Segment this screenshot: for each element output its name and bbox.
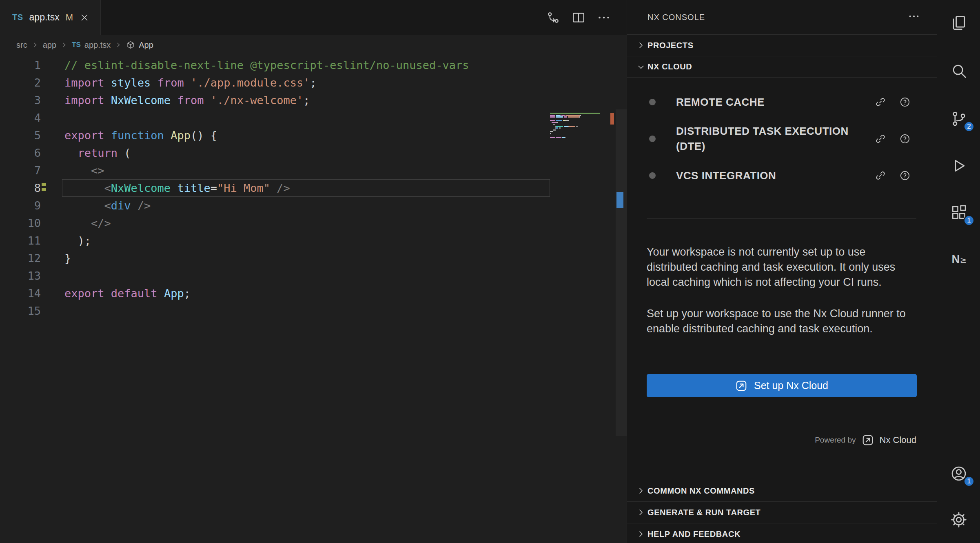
- panel-section-help-and-feedback[interactable]: HELP AND FEEDBACK: [627, 523, 937, 543]
- activity-extensions[interactable]: 1: [937, 197, 980, 228]
- panel-more-icon[interactable]: [907, 10, 920, 25]
- code-line[interactable]: 9 <div />: [0, 197, 627, 214]
- more-actions-icon[interactable]: [596, 10, 611, 25]
- help-icon[interactable]: [899, 133, 911, 145]
- section-label: HELP AND FEEDBACK: [647, 530, 741, 539]
- code-line[interactable]: 2import styles from './app.module.css';: [0, 74, 627, 91]
- connect-icon[interactable]: [875, 96, 886, 108]
- line-number[interactable]: 13: [0, 267, 62, 285]
- badge-count: 1: [964, 215, 974, 226]
- explorer-icon: [950, 14, 968, 32]
- chevron-right-icon: [31, 41, 39, 49]
- code-line[interactable]: 10 </>: [0, 214, 627, 232]
- connect-icon[interactable]: [875, 133, 886, 145]
- line-number[interactable]: 1: [0, 56, 62, 74]
- panel-section-projects[interactable]: PROJECTS: [627, 34, 937, 56]
- connect-icon[interactable]: [875, 170, 886, 181]
- code-line[interactable]: 6 return (: [0, 144, 627, 162]
- status-dot-icon: [649, 136, 656, 142]
- breadcrumb-item-file[interactable]: app.tsx: [84, 40, 111, 50]
- help-icon[interactable]: [899, 170, 911, 181]
- line-number[interactable]: 5: [0, 127, 62, 144]
- panel-section-generate-run-target[interactable]: GENERATE & RUN TARGET: [627, 501, 937, 523]
- chevron-down-icon: [636, 62, 646, 72]
- symbol-cube-icon: [126, 40, 135, 49]
- code-text: [62, 109, 550, 127]
- code-text: <NxWelcome title="Hi Mom" />: [62, 179, 550, 197]
- activity-source-control[interactable]: 2: [937, 103, 980, 134]
- code-line[interactable]: 5export function App() {: [0, 127, 627, 144]
- settings-icon: [950, 511, 968, 529]
- tab-label: app.tsx: [29, 12, 60, 23]
- line-number[interactable]: 8: [0, 179, 62, 197]
- activity-accounts[interactable]: 1: [937, 458, 980, 489]
- line-number[interactable]: 7: [0, 162, 62, 179]
- split-editor-icon[interactable]: [571, 10, 586, 25]
- code-text: import NxWelcome from './nx-welcome';: [62, 91, 550, 109]
- status-dot-icon: [649, 99, 656, 105]
- code-line[interactable]: 4: [0, 109, 627, 127]
- setup-hint-text: Set up your workspace to use the Nx Clou…: [647, 306, 916, 336]
- git-modified-badge: M: [66, 12, 73, 23]
- nx-console-icon: N≥: [950, 250, 968, 268]
- line-number[interactable]: 9: [0, 197, 62, 214]
- overview-ruler-warning-mark: [610, 113, 614, 125]
- badge-count: 1: [964, 476, 974, 487]
- svg-text:N: N: [952, 253, 960, 265]
- code-line[interactable]: 12}: [0, 249, 627, 267]
- close-icon[interactable]: [79, 12, 90, 23]
- breadcrumb-item-symbol[interactable]: App: [139, 40, 153, 50]
- chevron-right-icon: [114, 41, 122, 49]
- line-number[interactable]: 14: [0, 285, 62, 302]
- code-text: import styles from './app.module.css';: [62, 74, 550, 91]
- code-text: <div />: [62, 197, 550, 214]
- code-text: export function App() {: [62, 127, 550, 144]
- code-text: return (: [62, 144, 550, 162]
- open-changes-icon[interactable]: [546, 10, 561, 25]
- code-line[interactable]: 7 <>: [0, 162, 627, 179]
- editor-region: TS app.tsx M src app: [0, 0, 627, 543]
- code-line[interactable]: 11 );: [0, 232, 627, 249]
- badge-count: 2: [964, 121, 974, 132]
- activity-nx-console[interactable]: N≥: [937, 243, 980, 274]
- code-editor[interactable]: 1// eslint-disable-next-line @typescript…: [0, 55, 627, 320]
- code-lines: 1// eslint-disable-next-line @typescript…: [0, 56, 627, 320]
- panel-section-nx-cloud[interactable]: NX CLOUD: [627, 56, 937, 78]
- activity-run-debug[interactable]: [937, 150, 980, 181]
- line-number[interactable]: 10: [0, 214, 62, 232]
- nx-console-panel: NX CONSOLE PROJECTS NX CLOUD REMOTE CACH…: [627, 0, 937, 543]
- setup-nx-cloud-button[interactable]: Set up Nx Cloud: [647, 374, 917, 397]
- activity-explorer[interactable]: [937, 8, 980, 39]
- editor-actions: [546, 0, 627, 35]
- line-number[interactable]: 11: [0, 232, 62, 249]
- section-label: GENERATE & RUN TARGET: [647, 508, 760, 517]
- minimap[interactable]: [550, 113, 614, 140]
- line-number[interactable]: 4: [0, 109, 62, 127]
- activity-search[interactable]: [937, 55, 980, 86]
- divider: [647, 218, 916, 218]
- code-line[interactable]: 3import NxWelcome from './nx-welcome';: [0, 91, 627, 109]
- editor-scrollbar[interactable]: [616, 109, 627, 436]
- code-line[interactable]: 15: [0, 302, 627, 320]
- breadcrumb-item-src[interactable]: src: [16, 40, 27, 50]
- line-number[interactable]: 2: [0, 74, 62, 91]
- run-debug-icon: [950, 157, 968, 175]
- panel-section-common-nx-commands[interactable]: COMMON NX COMMANDS: [627, 480, 937, 501]
- code-line[interactable]: 14export default App;: [0, 285, 627, 302]
- section-label: NX CLOUD: [647, 62, 692, 71]
- breadcrumb-item-app[interactable]: app: [43, 40, 56, 50]
- typescript-file-icon: TS: [12, 13, 23, 22]
- panel-header: NX CONSOLE: [627, 0, 937, 34]
- line-number[interactable]: 6: [0, 144, 62, 162]
- section-label: PROJECTS: [647, 41, 694, 50]
- line-number[interactable]: 3: [0, 91, 62, 109]
- code-line[interactable]: 13: [0, 267, 627, 285]
- help-icon[interactable]: [899, 96, 911, 108]
- activity-settings[interactable]: [937, 504, 980, 535]
- svg-text:≥: ≥: [960, 255, 967, 265]
- tab-app-tsx[interactable]: TS app.tsx M: [0, 0, 101, 35]
- code-line[interactable]: 1// eslint-disable-next-line @typescript…: [0, 56, 627, 74]
- line-number[interactable]: 15: [0, 302, 62, 320]
- code-line[interactable]: 8 <NxWelcome title="Hi Mom" />: [0, 179, 627, 197]
- line-number[interactable]: 12: [0, 249, 62, 267]
